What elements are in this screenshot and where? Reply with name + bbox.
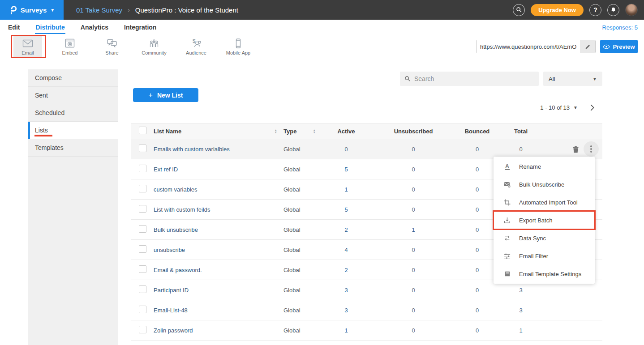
tab-distribute[interactable]: Distribute (35, 21, 65, 34)
upgrade-now-button[interactable]: Upgrade Now (531, 4, 584, 16)
unsubscribed-count[interactable]: 1 (373, 226, 454, 233)
list-name-link[interactable]: Ext ref ID (154, 166, 178, 173)
unsubscribed-count[interactable]: 0 (373, 146, 454, 153)
list-name-link[interactable]: Email-List-48 (154, 307, 188, 314)
sidebar-item-scheduled[interactable]: Scheduled (28, 104, 118, 122)
unsubscribed-count[interactable]: 0 (373, 327, 454, 334)
sort-icon[interactable]: ▲▼ (275, 129, 277, 133)
list-name-link[interactable]: Bulk unsubscribe (154, 226, 198, 233)
list-name-link[interactable]: Participant ID (154, 287, 189, 294)
menu-item-automated-import-tool[interactable]: Automated Import Tool (494, 193, 595, 211)
column-header-unsubscribed[interactable]: Unsubscribed (373, 128, 454, 135)
delete-list-button[interactable] (572, 145, 579, 153)
unsubscribed-count[interactable]: 0 (373, 287, 454, 294)
bounced-count[interactable]: 0 (454, 287, 501, 294)
row-checkbox[interactable] (139, 185, 146, 192)
unsubscribed-count[interactable]: 0 (373, 206, 454, 213)
active-count[interactable]: 5 (319, 206, 373, 213)
sidebar-item-lists[interactable]: Lists (28, 122, 118, 139)
unsubscribed-count[interactable]: 0 (373, 186, 454, 193)
new-list-button[interactable]: + New List (133, 88, 198, 102)
row-checkbox[interactable] (139, 205, 146, 213)
tab-analytics[interactable]: Analytics (80, 21, 109, 34)
list-name-link[interactable]: Zolin password (154, 327, 193, 334)
page-range-dropdown[interactable]: 1 - 10 of 13 ▼ (540, 104, 578, 111)
column-header-type[interactable]: Type (283, 128, 296, 135)
breadcrumb-survey-link[interactable]: 01 Take Survey (76, 6, 122, 14)
menu-item-data-sync[interactable]: Data Sync (494, 229, 595, 247)
menu-item-export-batch[interactable]: Export Batch (494, 211, 595, 229)
row-checkbox[interactable] (139, 165, 146, 172)
menu-item-email-filter[interactable]: Email Filter (494, 247, 595, 265)
list-name-link[interactable]: unsubscribe (154, 247, 185, 253)
sidebar-item-templates[interactable]: Templates (28, 139, 118, 157)
row-checkbox[interactable] (139, 326, 146, 333)
column-header-active[interactable]: Active (319, 128, 373, 135)
total-count[interactable]: 3 (501, 307, 541, 314)
active-count[interactable]: 1 (319, 186, 373, 193)
list-name-link[interactable]: Email & password. (154, 267, 202, 273)
select-all-checkbox[interactable] (139, 127, 146, 134)
table-row[interactable]: Email-List-48 Global 3 0 0 3 (131, 300, 602, 320)
row-checkbox[interactable] (139, 265, 146, 273)
bounced-count[interactable]: 0 (454, 307, 501, 314)
responses-count[interactable]: Responses: 5 (602, 24, 644, 31)
bounced-count[interactable]: 0 (454, 327, 501, 334)
table-header: List Name ▲▼ Type ▲▼ Active Unsubscribed… (131, 123, 602, 139)
tab-integration[interactable]: Integration (124, 21, 157, 34)
row-checkbox[interactable] (139, 306, 146, 313)
unsubscribed-count[interactable]: 0 (373, 267, 454, 273)
toolbar-item-embed[interactable]: Embed (56, 35, 84, 58)
column-header-total[interactable]: Total (501, 128, 541, 135)
active-count[interactable]: 2 (319, 226, 373, 233)
search-input[interactable] (414, 75, 534, 82)
bounced-count[interactable]: 0 (454, 146, 501, 153)
tab-edit[interactable]: Edit (8, 21, 20, 34)
row-checkbox[interactable] (139, 145, 146, 152)
row-checkbox[interactable] (139, 245, 146, 253)
unsubscribed-count[interactable]: 0 (373, 166, 454, 173)
total-count[interactable]: 3 (501, 287, 541, 294)
row-checkbox[interactable] (139, 285, 146, 293)
list-filter-dropdown[interactable]: All ▼ (543, 72, 602, 86)
list-name-link[interactable]: custom variables (154, 186, 197, 193)
column-header-list-name[interactable]: List Name (154, 128, 181, 135)
unsubscribed-count[interactable]: 0 (373, 307, 454, 314)
survey-url-input[interactable] (477, 40, 580, 53)
help-button[interactable]: ? (589, 4, 601, 16)
menu-item-rename[interactable]: A Rename (494, 158, 595, 175)
toolbar-item-community[interactable]: Community (140, 35, 168, 58)
row-menu-button[interactable] (584, 141, 599, 157)
toolbar-item-email[interactable]: Email (13, 35, 42, 58)
toolbar-item-share[interactable]: Share (98, 35, 126, 58)
total-count[interactable]: 1 (501, 327, 541, 334)
menu-item-email-template-settings[interactable]: Email Template Settings (494, 265, 595, 283)
toolbar-item-mobile-app[interactable]: Mobile App (224, 35, 253, 58)
toolbar-item-audience[interactable]: $ Audience (182, 35, 210, 58)
active-count[interactable]: 3 (319, 287, 373, 294)
active-count[interactable]: 2 (319, 267, 373, 273)
preview-button[interactable]: Preview (600, 40, 638, 53)
search-button[interactable] (513, 4, 525, 16)
notifications-button[interactable] (607, 4, 619, 16)
list-name-link[interactable]: Emails with custom varialbles (154, 146, 230, 153)
edit-url-button[interactable] (580, 40, 595, 53)
next-page-button[interactable] (590, 104, 594, 111)
total-count[interactable]: 0 (501, 146, 541, 153)
sidebar-item-sent[interactable]: Sent (28, 87, 118, 104)
active-count[interactable]: 4 (319, 247, 373, 253)
active-count[interactable]: 0 (319, 146, 373, 153)
product-switcher[interactable]: Surveys ▼ (0, 0, 64, 20)
sort-icon[interactable]: ▲▼ (313, 129, 316, 133)
sidebar-item-compose[interactable]: Compose (28, 69, 118, 87)
active-count[interactable]: 1 (319, 327, 373, 334)
column-header-bounced[interactable]: Bounced (454, 128, 501, 135)
table-row[interactable]: Zolin password Global 1 0 0 1 (131, 320, 602, 341)
unsubscribed-count[interactable]: 0 (373, 247, 454, 253)
active-count[interactable]: 5 (319, 166, 373, 173)
list-name-link[interactable]: List with custom feilds (154, 206, 210, 213)
user-avatar[interactable] (625, 4, 638, 16)
row-checkbox[interactable] (139, 225, 146, 233)
menu-item-bulk-unsubscribe[interactable]: Bulk Unsubscribe (494, 175, 595, 193)
active-count[interactable]: 3 (319, 307, 373, 314)
